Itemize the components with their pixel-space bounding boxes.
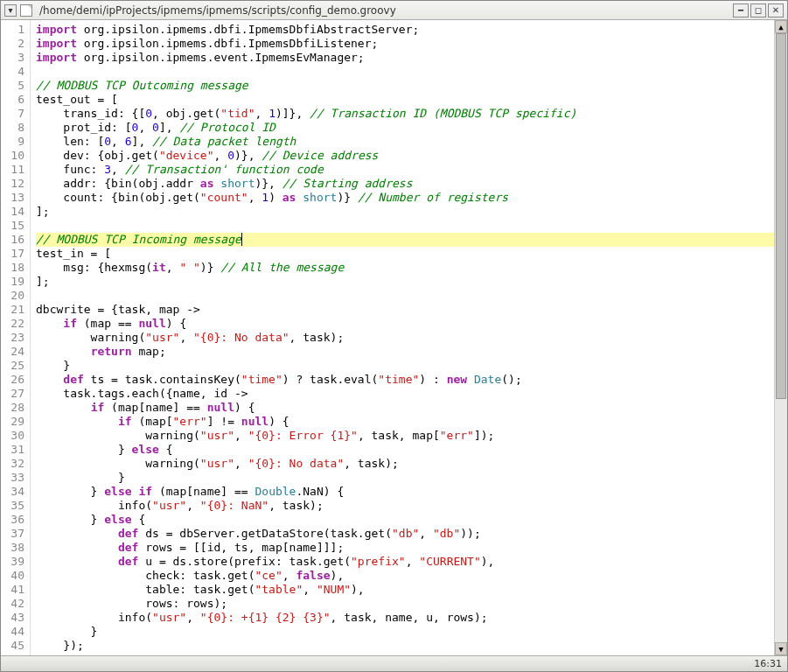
line-number: 42 [1,597,24,611]
code-line[interactable]: test_out = [ [36,93,774,107]
code-line[interactable]: test_in = [ [36,247,774,261]
code-editor[interactable]: 1234567891011121314151617181920212223242… [1,20,787,655]
scroll-thumb[interactable] [776,33,786,399]
code-line[interactable]: def ds = dbServer.getDataStore(task.get(… [36,527,774,541]
app-menu-icon[interactable]: ▾ [4,4,17,17]
window-controls: ━ ◻ ✕ [733,4,784,18]
code-line[interactable]: info("usr", "{0}: +{1} {2} {3}", task, n… [36,611,774,625]
line-number: 26 [1,373,24,387]
line-number: 35 [1,499,24,513]
code-line[interactable]: import org.ipsilon.ipmems.event.IpmemsEv… [36,51,774,65]
code-line[interactable]: // MODBUS TCP Outcoming message [36,79,774,93]
line-number: 20 [1,289,24,303]
code-line[interactable]: rows: rows); [36,597,774,611]
line-number: 7 [1,107,24,121]
line-number: 37 [1,527,24,541]
code-line[interactable]: } [36,471,774,485]
code-line[interactable]: task.tags.each({name, id -> [36,387,774,401]
line-number: 40 [1,569,24,583]
code-line[interactable]: if (map == null) { [36,317,774,331]
code-line[interactable]: } else if (map[name] == Double.NaN) { [36,485,774,499]
code-line[interactable]: dbcwrite = {task, map -> [36,303,774,317]
code-line[interactable]: warning("usr", "{0}: No data", task); [36,331,774,345]
code-line[interactable]: import org.ipsilon.ipmems.dbfi.IpmemsDbf… [36,23,774,37]
code-line[interactable] [36,219,774,233]
code-line[interactable]: ]; [36,275,774,289]
code-line[interactable]: trans_id: {[0, obj.get("tid", 1)]}, // T… [36,107,774,121]
line-number: 38 [1,541,24,555]
line-number: 23 [1,331,24,345]
vertical-scrollbar[interactable]: ▲ ▼ [774,20,787,655]
code-line[interactable]: prot_id: [0, 0], // Protocol ID [36,121,774,135]
titlebar-left: ▾ /home/demi/ipProjects/ipmems/ipmems/sc… [4,4,396,17]
minimize-button[interactable]: ━ [733,4,749,18]
code-line[interactable]: } [36,625,774,639]
line-number: 27 [1,387,24,401]
code-line[interactable]: func: 3, // Transaction' function code [36,163,774,177]
maximize-button[interactable]: ◻ [750,4,766,18]
code-line[interactable]: def ts = task.containsKey("time") ? task… [36,373,774,387]
code-line[interactable]: } else { [36,513,774,527]
line-number: 18 [1,261,24,275]
line-number: 10 [1,149,24,163]
code-line[interactable]: if (map[name] == null) { [36,401,774,415]
document-icon [20,4,32,17]
scroll-track[interactable] [775,33,787,642]
code-line[interactable] [36,65,774,79]
code-line[interactable]: } [36,359,774,373]
code-line[interactable]: warning("usr", "{0}: No data", task); [36,457,774,471]
code-line[interactable]: table: task.get("table", "NUM"), [36,583,774,597]
code-line[interactable]: def rows = [[id, ts, map[name]]]; [36,541,774,555]
code-line[interactable]: } else { [36,443,774,457]
line-number: 36 [1,513,24,527]
code-line[interactable]: // MODBUS TCP Incoming message [36,233,774,247]
line-number: 39 [1,555,24,569]
line-number: 3 [1,51,24,65]
line-number: 22 [1,317,24,331]
line-number: 31 [1,443,24,457]
line-number: 33 [1,471,24,485]
line-number: 30 [1,429,24,443]
line-number: 28 [1,401,24,415]
window-title: /home/demi/ipProjects/ipmems/ipmems/scri… [39,4,396,17]
code-line[interactable]: warning("usr", "{0}: Error {1}", task, m… [36,429,774,443]
line-number: 4 [1,65,24,79]
code-area[interactable]: import org.ipsilon.ipmems.dbfi.IpmemsDbf… [31,20,774,655]
line-number: 6 [1,93,24,107]
code-line[interactable] [36,289,774,303]
line-number: 8 [1,121,24,135]
code-line[interactable]: import org.ipsilon.ipmems.dbfi.IpmemsDbf… [36,37,774,51]
code-line[interactable]: dev: {obj.get("device", 0)}, // Device a… [36,149,774,163]
line-number: 12 [1,177,24,191]
line-number: 29 [1,415,24,429]
code-line[interactable]: info("usr", "{0}: NaN", task); [36,499,774,513]
code-line[interactable]: count: {bin(obj.get("count", 1) as short… [36,191,774,205]
editor-window: ▾ /home/demi/ipProjects/ipmems/ipmems/sc… [0,0,788,672]
line-number: 32 [1,457,24,471]
code-line[interactable]: msg: {hexmsg(it, " ")} // All the messag… [36,261,774,275]
line-number: 14 [1,205,24,219]
line-number: 41 [1,583,24,597]
code-line[interactable]: }); [36,639,774,653]
line-number: 11 [1,163,24,177]
line-number: 19 [1,275,24,289]
code-line[interactable]: check: task.get("ce", false), [36,569,774,583]
line-number: 13 [1,191,24,205]
code-line[interactable]: def u = ds.store(prefix: task.get("prefi… [36,555,774,569]
close-button[interactable]: ✕ [768,4,784,18]
code-line[interactable]: return map; [36,345,774,359]
scroll-down-icon[interactable]: ▼ [775,642,787,655]
code-line[interactable]: if (map["err"] != null) { [36,415,774,429]
code-line[interactable]: ]; [36,205,774,219]
scroll-up-icon[interactable]: ▲ [775,20,787,33]
code-line[interactable]: len: [0, 6], // Data packet length [36,135,774,149]
cursor-position: 16:31 [754,658,782,669]
line-number: 25 [1,359,24,373]
line-number: 17 [1,247,24,261]
line-number: 1 [1,23,24,37]
titlebar[interactable]: ▾ /home/demi/ipProjects/ipmems/ipmems/sc… [1,1,787,20]
line-number: 34 [1,485,24,499]
code-line[interactable]: addr: {bin(obj.addr as short)}, // Start… [36,177,774,191]
line-number: 16 [1,233,24,247]
line-number: 24 [1,345,24,359]
